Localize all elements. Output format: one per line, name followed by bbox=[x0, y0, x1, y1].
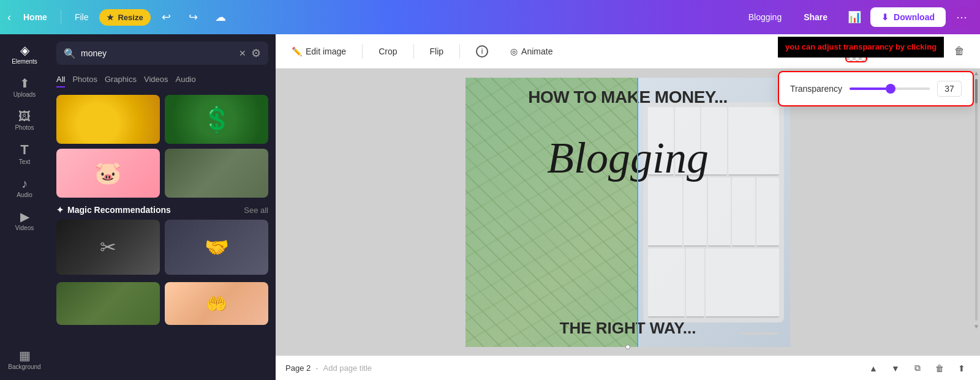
info-icon: i bbox=[476, 45, 488, 58]
search-bar[interactable]: 🔍 ✕ ⚙ bbox=[56, 42, 268, 65]
elements-label: Elements bbox=[12, 58, 37, 65]
canvas-blogging-text: Blogging bbox=[466, 133, 790, 184]
info-button[interactable]: i bbox=[470, 42, 494, 61]
toolbar-right-section: you can adjust transparancy by clicking … bbox=[794, 40, 970, 62]
tab-videos[interactable]: Videos bbox=[144, 72, 168, 88]
more-options-button[interactable]: ⋯ bbox=[951, 6, 973, 28]
sidebar-item-text[interactable]: T Text bbox=[3, 138, 46, 170]
tab-photos[interactable]: Photos bbox=[72, 72, 97, 88]
file-menu[interactable]: File bbox=[69, 9, 95, 26]
scroll-up-arrow[interactable]: ▲ bbox=[973, 70, 979, 76]
elements-panel: 🔍 ✕ ⚙ All Photos Graphics Videos Audio 💲… bbox=[49, 34, 276, 380]
slider-thumb[interactable] bbox=[886, 84, 895, 94]
add-page-title[interactable]: Add page title bbox=[323, 363, 372, 373]
background-label: Background bbox=[8, 363, 40, 370]
canvas-content: ▲ ▼ HOW TO MAKE MONEY... Blogging THE RI… bbox=[276, 69, 980, 356]
nav-divider bbox=[61, 10, 61, 24]
photos-icon: 🖼 bbox=[18, 110, 31, 122]
analytics-button[interactable]: 📊 bbox=[843, 6, 865, 28]
scroll-thumb[interactable] bbox=[975, 79, 978, 103]
result-item-piggy[interactable]: 🐷 bbox=[56, 149, 160, 198]
result-item-cash[interactable] bbox=[165, 149, 268, 198]
sidebar-item-videos[interactable]: ▶ Videos bbox=[3, 206, 46, 236]
toolbar-divider-1 bbox=[362, 44, 363, 59]
transparency-panel: Transparency 37 bbox=[778, 71, 974, 106]
download-button[interactable]: ⬇ Download bbox=[870, 7, 946, 27]
videos-icon: ▶ bbox=[20, 210, 29, 223]
uploads-label: Uploads bbox=[13, 91, 36, 98]
transparency-label: Transparency bbox=[790, 84, 842, 94]
filter-button[interactable]: ⚙ bbox=[251, 47, 261, 60]
bottom-right-controls: ▲ ▼ ⧉ 🗑 ⬆ bbox=[865, 360, 970, 377]
sidebar-item-background[interactable]: ▦ Background bbox=[3, 345, 46, 375]
magic-grid: ✂ 🤝 bbox=[56, 220, 268, 275]
back-chevron-icon[interactable]: ‹ bbox=[7, 11, 11, 24]
category-tabs: All Photos Graphics Videos Audio bbox=[56, 72, 268, 88]
sparkle-icon: ✦ bbox=[56, 205, 64, 215]
page-indicator-dot bbox=[625, 345, 630, 349]
left-sidebar: ◈ Elements ⬆ Uploads 🖼 Photos T Text ♪ A… bbox=[0, 34, 49, 380]
flip-button[interactable]: Flip bbox=[424, 43, 450, 60]
separator: - bbox=[315, 363, 318, 373]
vertical-scrollbar[interactable]: ▲ ▼ bbox=[973, 69, 980, 331]
copy-page-button[interactable]: ⧉ bbox=[909, 360, 926, 377]
image-toolbar: ✏️ Edit image Crop Flip i ◎ Animate bbox=[276, 34, 980, 69]
magic-recs-title: ✦ Magic Recommendations bbox=[56, 205, 171, 215]
share-page-button[interactable]: ⬆ bbox=[953, 360, 970, 377]
download-icon: ⬇ bbox=[881, 12, 889, 22]
sidebar-item-elements[interactable]: ◈ Elements bbox=[3, 39, 46, 70]
edit-image-button[interactable]: ✏️ Edit image bbox=[285, 43, 352, 60]
sidebar-item-audio[interactable]: ♪ Audio bbox=[3, 173, 46, 203]
crop-button[interactable]: Crop bbox=[372, 43, 403, 60]
chevron-down-button[interactable]: ▼ bbox=[887, 360, 904, 377]
search-input[interactable] bbox=[81, 48, 234, 58]
home-button[interactable]: Home bbox=[17, 9, 53, 26]
audio-icon: ♪ bbox=[21, 177, 28, 190]
tab-all[interactable]: All bbox=[56, 72, 65, 88]
scroll-track bbox=[975, 79, 978, 321]
search-results-grid: 💲 🐷 bbox=[56, 95, 268, 198]
canvas-page[interactable]: HOW TO MAKE MONEY... Blogging THE RIGHT … bbox=[466, 78, 790, 347]
canvas-headline-text: HOW TO MAKE MONEY... bbox=[466, 87, 790, 108]
videos-label: Videos bbox=[15, 225, 34, 231]
see-all-button[interactable]: See all bbox=[244, 206, 268, 215]
transparency-value[interactable]: 37 bbox=[937, 81, 962, 97]
star-icon: ★ bbox=[107, 13, 114, 22]
background-icon: ▦ bbox=[19, 349, 31, 362]
text-label: Text bbox=[19, 158, 30, 165]
canvas-divider-line bbox=[637, 78, 638, 347]
clear-search-button[interactable]: ✕ bbox=[239, 48, 246, 58]
result-item-hand[interactable]: 🤲 bbox=[165, 282, 268, 325]
sidebar-item-uploads[interactable]: ⬆ Uploads bbox=[3, 72, 46, 103]
animate-button[interactable]: ◎ Animate bbox=[504, 43, 559, 60]
result-item-coins[interactable] bbox=[56, 95, 160, 144]
result-item-money-pile[interactable] bbox=[56, 282, 160, 325]
cloud-save-button[interactable]: ☁ bbox=[209, 6, 232, 28]
bottom-results-grid: 🤲 bbox=[56, 282, 268, 325]
delete-icon-btn[interactable]: 🗑 bbox=[948, 40, 970, 62]
magic-item-handshake[interactable]: 🤝 bbox=[165, 220, 268, 275]
tab-audio[interactable]: Audio bbox=[175, 72, 195, 88]
chevron-up-button[interactable]: ▲ bbox=[865, 360, 882, 377]
transparency-slider[interactable] bbox=[850, 88, 930, 90]
delete-page-button[interactable]: 🗑 bbox=[931, 360, 948, 377]
scroll-down-arrow[interactable]: ▼ bbox=[973, 323, 979, 330]
tab-graphics[interactable]: Graphics bbox=[105, 72, 137, 88]
animate-icon: ◎ bbox=[510, 47, 518, 56]
toolbar-divider-2 bbox=[413, 44, 414, 59]
top-navigation: ‹ Home File ★ Resize ↩ ↪ ☁ Blogging Shar… bbox=[0, 0, 980, 34]
page-label: Page 2 bbox=[285, 363, 311, 373]
text-icon: T bbox=[20, 143, 28, 157]
audio-label: Audio bbox=[17, 192, 32, 198]
redo-button[interactable]: ↪ bbox=[183, 6, 205, 28]
sidebar-item-photos[interactable]: 🖼 Photos bbox=[3, 105, 46, 136]
magic-item-scissors[interactable]: ✂ bbox=[56, 220, 160, 275]
uploads-icon: ⬆ bbox=[20, 77, 30, 89]
undo-button[interactable]: ↩ bbox=[156, 6, 178, 28]
resize-button[interactable]: ★ Resize bbox=[99, 9, 150, 26]
elements-icon: ◈ bbox=[20, 44, 29, 56]
result-item-plant[interactable]: 💲 bbox=[165, 95, 268, 144]
annotation-tooltip: you can adjust transparancy by clicking bbox=[778, 37, 944, 58]
edit-icon: ✏️ bbox=[292, 47, 302, 56]
share-button[interactable]: Share bbox=[793, 7, 839, 27]
